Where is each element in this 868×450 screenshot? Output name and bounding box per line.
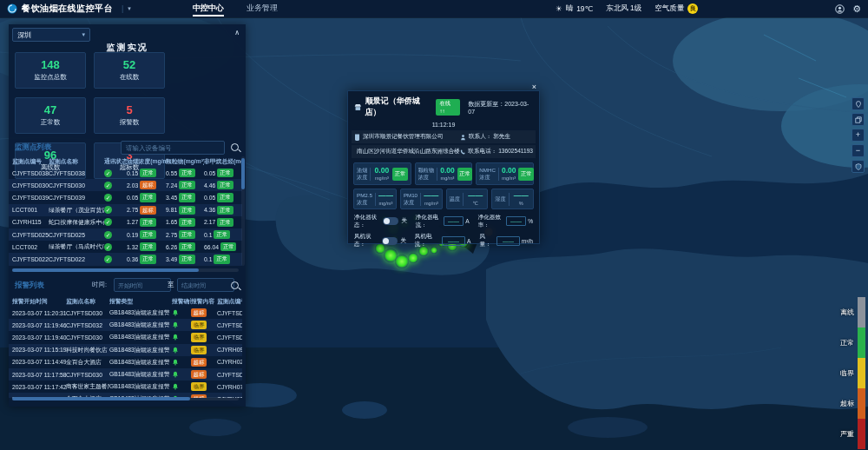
header-actions: ⚙	[835, 0, 861, 17]
points-table-header: 监测点编号 监测点名称 通讯状态 油烟浓度(mg/m³) 颗粒物(mg/m³) …	[9, 156, 242, 167]
legend-item: 离线	[840, 297, 865, 328]
alarm-point-id: CJYRH023	[217, 359, 242, 365]
toggle-state: 关	[400, 237, 406, 245]
locate-button[interactable]	[852, 97, 865, 110]
toggle-label: 风机状态：	[354, 233, 379, 248]
alarms-horizontal-scrollbar[interactable]	[12, 397, 239, 400]
alarm-confirm[interactable]	[172, 321, 191, 328]
alarm-table-row[interactable]: 2023-03-07 11:19:40.0 CJYFTSD030 GB18483…	[9, 331, 242, 343]
search-icon[interactable]	[231, 281, 239, 289]
power-toggle[interactable]	[383, 217, 398, 225]
alarms-title: 报警列表	[15, 281, 44, 291]
comm-status: ✓	[104, 206, 127, 214]
alarm-table-row[interactable]: 2023-03-07 11:17:42.0 商客世家主题餐厅 GB18483油烟…	[9, 381, 242, 393]
sensor-value: 0.00	[375, 167, 390, 175]
point-id: CJYFTSD025	[12, 232, 49, 238]
map-island	[568, 417, 648, 438]
alarm-point-name: CJYFTSD030	[66, 310, 109, 316]
company-cell: 深圳市顺景记餐饮管理有限公司	[354, 133, 460, 141]
device-search-input[interactable]	[121, 141, 225, 155]
alarm-table-row[interactable]: 2023-03-07 11:20:31.0 CJYFTSD030 GB18483…	[9, 307, 242, 319]
chevron-down-icon[interactable]: ▾	[128, 5, 131, 12]
alarm-type: GB18483油烟浓度报警	[109, 333, 172, 341]
alarm-time: 2023-03-07 11:17:58.0	[12, 372, 66, 378]
layers-button[interactable]	[852, 113, 865, 126]
alarm-confirm[interactable]	[172, 309, 191, 316]
alarm-table-row[interactable]: 2023-03-07 11:14:49.0 金百合大酒店 GB18483油烟浓度…	[9, 356, 242, 368]
tab-business-mgmt[interactable]: 业务管理	[247, 0, 278, 17]
field1-input[interactable]: ——	[442, 236, 465, 246]
points-table-row[interactable]: CJYRH115 蛇口按摩保健康乐中心 ✓ 1.27 正常 1.65 正常	[9, 216, 242, 228]
theme-shield-button[interactable]	[852, 160, 865, 173]
alarm-table-row[interactable]: 2023-03-07 11:17:58.0 CJYFTSD030 GB18483…	[9, 368, 242, 381]
user-icon[interactable]	[835, 4, 845, 14]
dust-cell: 9.81 正常	[166, 206, 204, 215]
alarm-type: GB18483油烟浓度报警	[109, 358, 172, 367]
alarm-table-row[interactable]: 2023-03-07 11:15:19.0 科技时尚餐饮店 GB18483油烟浓…	[9, 344, 242, 356]
points-table-row[interactable]: CJYFTSD022 CJYFTSD022 ✓ 0.36 正常 3.49 正常	[9, 253, 242, 265]
status-badge: 超标	[140, 181, 155, 189]
points-table-row[interactable]: CJYFTSD030 CJYFTSD030 ✓ 2.03 超标 7.24 正常	[9, 179, 242, 191]
points-table-row[interactable]: CJYFTSD039 CJYFTSD039 ✓ 0.05 正常 3.45 正常	[9, 191, 242, 203]
sensor-card: PM2.5浓度 —— mg/m³	[353, 189, 397, 209]
points-table-row[interactable]: LCCT001 绿茶餐厅（茂业百货店） ✓ 2.75 超标 9.81 正常	[9, 204, 242, 216]
end-time-input[interactable]	[177, 278, 234, 292]
person-icon	[460, 134, 466, 141]
left-panel: 深圳 ▾ ∧ 监测实况 148 监控点总数 52 在线数 47	[9, 24, 246, 407]
points-table-row[interactable]: CJYFTSD038 CJYFTSD038 ✓ 0.15 正常 0.55 正常	[9, 167, 242, 179]
point-name: CJYFTSD038	[49, 170, 104, 176]
legend-label: 离线	[840, 308, 854, 317]
map-point-marker[interactable]	[395, 255, 409, 268]
close-icon[interactable]: ×	[532, 83, 536, 91]
alarm-confirm[interactable]	[172, 347, 191, 354]
alarm-time: 2023-03-07 11:19:40.0	[12, 334, 66, 341]
points-table-row[interactable]: LCCT002 绿茶餐厅（马成时代广场店） ✓ 1.32 正常 6.26 正常	[9, 241, 242, 253]
points-vertical-scrollbar[interactable]	[241, 156, 245, 266]
time-filter-label: 时间:	[92, 281, 107, 289]
air-quality: 空气质量 良	[654, 3, 698, 14]
alarm-confirm[interactable]	[172, 334, 191, 341]
alarm-level-badge: 超标	[191, 358, 207, 367]
power-toggle[interactable]	[382, 237, 398, 245]
zoom-in-button[interactable]: +	[852, 129, 865, 142]
legend-item: 正常	[840, 328, 865, 358]
field1-label: 风机电流：	[415, 233, 440, 248]
gear-icon[interactable]: ⚙	[852, 4, 861, 14]
alarm-confirm[interactable]	[172, 359, 191, 366]
main-nav: 中控中心 业务管理	[193, 0, 278, 17]
points-horizontal-scrollbar[interactable]	[12, 268, 239, 272]
comm-status: ✓	[104, 194, 127, 202]
tab-control-center[interactable]: 中控中心	[193, 0, 224, 17]
status-badge: 正常	[214, 230, 229, 239]
zoom-out-button[interactable]: −	[852, 144, 865, 157]
alarm-bell-icon	[172, 309, 179, 316]
comm-status: ✓	[104, 169, 127, 177]
logo-icon	[7, 3, 17, 14]
field2-input[interactable]: ——	[496, 236, 520, 246]
alarm-time: 2023-03-07 11:15:19.0	[12, 347, 66, 353]
alarm-level-badge: 临界	[191, 346, 207, 354]
alarm-confirm[interactable]	[172, 383, 191, 390]
sensor-value: 0.00	[502, 167, 516, 175]
field2-input[interactable]: ——	[506, 216, 526, 226]
app-title: 餐饮油烟在线监控平台	[22, 3, 113, 15]
alarm-bell-icon	[172, 334, 179, 341]
start-time-input[interactable]	[114, 278, 171, 292]
panel-collapse-button[interactable]: ∧	[234, 29, 240, 36]
alarm-point-id: CJYFTSD032	[217, 322, 242, 328]
address-cell: 南山区沙河街道华侨城沿山路东洲综合楼9、15	[354, 148, 460, 156]
popup-info-row-1: 深圳市顺景记餐饮管理有限公司 联系人： 郭先生	[352, 130, 536, 143]
point-name: 绿茶餐厅（茂业百货店）	[49, 206, 104, 215]
alarm-table-row[interactable]: 2023-03-07 11:19:46.0 CJYFTSD032 GB18483…	[9, 319, 242, 331]
map-point-marker[interactable]	[408, 253, 418, 263]
smoke-cell: 0.05 正常	[127, 193, 166, 202]
points-table-row[interactable]: CJYFTSD025 CJYFTSD025 ✓ 0.19 正常 2.75 正常	[9, 228, 242, 241]
city-selector[interactable]: 深圳 ▾	[12, 28, 90, 42]
search-icon[interactable]	[231, 143, 239, 151]
field1-input[interactable]: ——	[444, 216, 464, 226]
sensor-card: PM10浓度 —— mg/m³	[400, 189, 443, 209]
header-divider: |	[122, 4, 123, 13]
sensor-unit: mg/m³	[441, 175, 455, 181]
alarm-confirm[interactable]	[172, 371, 191, 378]
contact-person: 联系人： 郭先生	[469, 133, 510, 141]
